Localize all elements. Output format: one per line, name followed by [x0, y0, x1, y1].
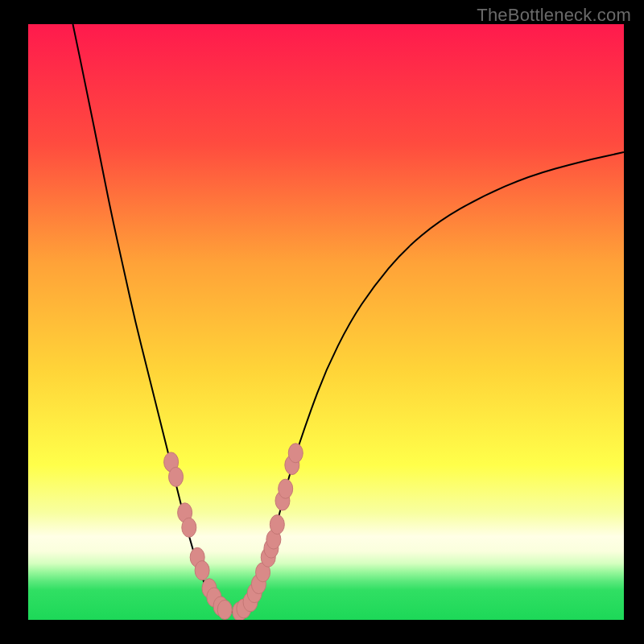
curve-marker	[195, 561, 209, 580]
curve-marker	[270, 515, 284, 535]
watermark-text: TheBottleneck.com	[477, 5, 631, 26]
plot-area	[28, 24, 624, 620]
curve-marker	[182, 518, 196, 537]
curve-marker	[288, 444, 303, 463]
gradient-background	[28, 24, 624, 620]
chart-svg	[28, 24, 624, 620]
curve-marker	[279, 479, 293, 498]
chart-frame: TheBottleneck.com	[0, 0, 644, 644]
curve-marker	[217, 600, 232, 619]
curve-marker	[169, 467, 184, 486]
